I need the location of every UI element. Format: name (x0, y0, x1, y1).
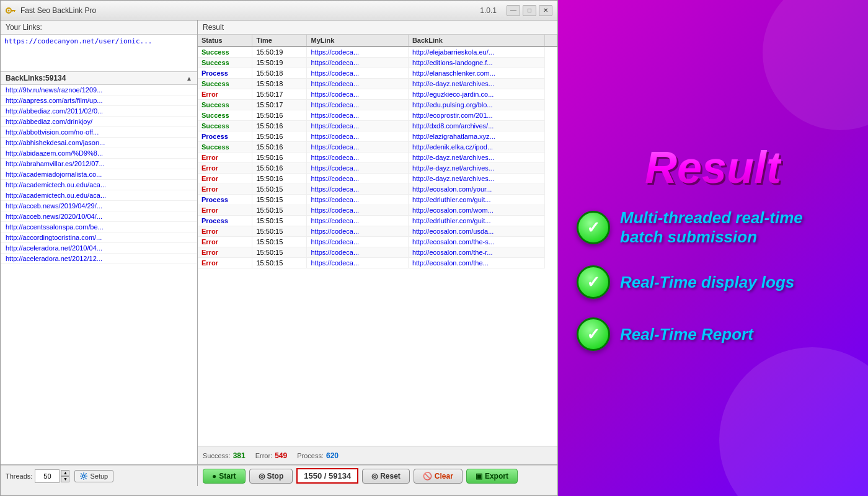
setup-icon (80, 472, 87, 480)
backlink-item[interactable]: http://abidaazem.com/%D9%8... (1, 148, 197, 159)
threads-input[interactable] (35, 469, 60, 483)
start-button[interactable]: ● Start (203, 469, 246, 484)
stop-button[interactable]: ◎ Stop (249, 469, 293, 484)
table-row[interactable]: Success 15:50:19 https://codeca... http:… (198, 58, 557, 68)
cell-backlink: http://ecosalon.com/the... (408, 258, 544, 268)
bottom-right-controls: ● Start ◎ Stop 1550 / 59134 ◎ Reset 🚫 Cl… (198, 465, 557, 486)
table-row[interactable]: Success 15:50:17 https://codeca... http:… (198, 100, 557, 110)
export-button[interactable]: ▣ Export (466, 469, 518, 484)
backlink-item[interactable]: http://accordingtocristina.com/... (1, 232, 197, 243)
col-header-backlink: BackLink (408, 35, 544, 46)
cell-backlink: http://ecosalon.com/your... (408, 184, 544, 195)
ad-panel: Result ✓ Multi-threaded real-timebatch s… (558, 0, 868, 496)
threads-up-button[interactable]: ▲ (61, 470, 69, 476)
cell-time: 15:50:16 (252, 110, 307, 121)
table-row[interactable]: Error 15:50:16 https://codeca... http://… (198, 163, 557, 174)
backlink-item[interactable]: http://abbediaz.com/2011/02/0... (1, 106, 197, 117)
table-row[interactable]: Success 15:50:19 https://codeca... http:… (198, 46, 557, 58)
backlink-item[interactable]: http://abrahamvillar.es/2012/07... (1, 159, 197, 169)
maximize-button[interactable]: □ (523, 5, 536, 16)
cell-mylink: https://codeca... (307, 237, 408, 247)
table-row[interactable]: Error 15:50:15 https://codeca... http://… (198, 237, 557, 247)
backlink-item[interactable]: http://abbediaz.com/drinkjoy/ (1, 117, 197, 127)
table-row[interactable]: Error 15:50:15 https://codeca... http://… (198, 258, 557, 268)
feature-text-1: Multi-threaded real-timebatch submission (620, 208, 803, 247)
your-links-input[interactable]: https://codecanyon.net/user/ionic... (1, 35, 197, 72)
backlink-item[interactable]: http://academiadojornalista.co... (1, 169, 197, 180)
error-value: 549 (275, 451, 287, 460)
backlink-item[interactable]: http://aapress.com/arts/film/up... (1, 95, 197, 106)
cell-backlink: http://edrluthier.com/guit... (408, 216, 544, 226)
cell-mylink: https://codeca... (307, 89, 408, 100)
table-row[interactable]: Error 15:50:16 https://codeca... http://… (198, 174, 557, 184)
table-row[interactable]: Error 15:50:15 https://codeca... http://… (198, 184, 557, 195)
backlinks-header: BackLinks:59134 ▲ (1, 72, 197, 85)
start-icon: ● (212, 472, 216, 480)
table-row[interactable]: Process 15:50:16 https://codeca... http:… (198, 131, 557, 142)
cell-status: Error (198, 247, 252, 258)
table-row[interactable]: Process 15:50:15 https://codeca... http:… (198, 216, 557, 226)
table-row[interactable]: Success 15:50:16 https://codeca... http:… (198, 110, 557, 121)
app-icon (6, 5, 17, 16)
cell-time: 15:50:16 (252, 131, 307, 142)
setup-button[interactable]: Setup (74, 470, 113, 482)
cell-status: Success (198, 110, 252, 121)
process-label: Process: (297, 452, 324, 459)
cell-status: Process (198, 68, 252, 79)
error-label: Error: (255, 452, 273, 459)
backlinks-section: BackLinks:59134 ▲ http://9tv.ru/news/raz… (1, 72, 197, 464)
table-row[interactable]: Error 15:50:15 https://codeca... http://… (198, 247, 557, 258)
cell-time: 15:50:17 (252, 89, 307, 100)
cell-mylink: https://codeca... (307, 258, 408, 268)
start-label: Start (219, 472, 236, 480)
cell-time: 15:50:18 (252, 68, 307, 79)
threads-down-button[interactable]: ▼ (61, 476, 69, 482)
result-table-container[interactable]: Status Time MyLink BackLink Success 15:5… (198, 35, 557, 446)
table-row[interactable]: Success 15:50:16 https://codeca... http:… (198, 121, 557, 131)
minimize-button[interactable]: — (507, 5, 520, 16)
table-row[interactable]: Success 15:50:16 https://codeca... http:… (198, 142, 557, 153)
cell-mylink: https://codeca... (307, 58, 408, 68)
cell-backlink: http://ecosalon.com/the-s... (408, 237, 544, 247)
backlink-item[interactable]: http://acceb.news/2019/04/29/... (1, 201, 197, 211)
table-row[interactable]: Process 15:50:15 https://codeca... http:… (198, 195, 557, 205)
cell-time: 15:50:15 (252, 237, 307, 247)
cell-backlink: http://elejabarrieskola.eu/... (408, 46, 544, 58)
backlink-item[interactable]: http://academictech.ou.edu/aca... (1, 190, 197, 201)
result-table-body: Success 15:50:19 https://codeca... http:… (198, 46, 557, 268)
cell-status: Error (198, 153, 252, 163)
table-row[interactable]: Error 15:50:16 https://codeca... http://… (198, 153, 557, 163)
cell-mylink: https://codeca... (307, 247, 408, 258)
cell-time: 15:50:16 (252, 163, 307, 174)
table-row[interactable]: Process 15:50:18 https://codeca... http:… (198, 68, 557, 79)
cell-status: Error (198, 89, 252, 100)
cell-mylink: https://codeca... (307, 68, 408, 79)
table-row[interactable]: Error 15:50:17 https://codeca... http://… (198, 89, 557, 100)
backlink-item[interactable]: http://academictech.ou.edu/aca... (1, 180, 197, 190)
table-row[interactable]: Error 15:50:15 https://codeca... http://… (198, 226, 557, 237)
svg-point-5 (82, 475, 85, 477)
table-row[interactable]: Error 15:50:15 https://codeca... http://… (198, 205, 557, 216)
clear-button[interactable]: 🚫 Clear (414, 469, 463, 484)
close-button[interactable]: ✕ (539, 5, 552, 16)
backlink-item[interactable]: http://abhishekdesai.com/jason... (1, 138, 197, 148)
success-stat: Success: 381 (203, 451, 246, 460)
table-row[interactable]: Success 15:50:18 https://codeca... http:… (198, 79, 557, 89)
cell-mylink: https://codeca... (307, 110, 408, 121)
backlink-item[interactable]: http://9tv.ru/news/raznoe/1209... (1, 85, 197, 95)
backlink-item[interactable]: http://accentssalonspa.com/be... (1, 222, 197, 232)
cell-mylink: https://codeca... (307, 142, 408, 153)
backlink-item[interactable]: http://acceb.news/2020/10/04/... (1, 211, 197, 222)
success-value: 381 (233, 451, 246, 460)
cell-status: Success (198, 79, 252, 89)
cell-mylink: https://codeca... (307, 46, 408, 58)
backlink-item[interactable]: http://abbottvision.com/no-off... (1, 127, 197, 138)
backlinks-list[interactable]: http://9tv.ru/news/raznoe/1209...http://… (1, 85, 197, 464)
backlink-item[interactable]: http://aceleradora.net/2012/12... (1, 254, 197, 264)
reset-button[interactable]: ◎ Reset (362, 469, 410, 484)
your-links-section-label: Your Links: (1, 20, 197, 35)
backlink-item[interactable]: http://aceleradora.net/2010/04... (1, 243, 197, 254)
backlinks-scroll-up-icon[interactable]: ▲ (186, 75, 192, 82)
cell-status: Error (198, 163, 252, 174)
cell-time: 15:50:15 (252, 195, 307, 205)
